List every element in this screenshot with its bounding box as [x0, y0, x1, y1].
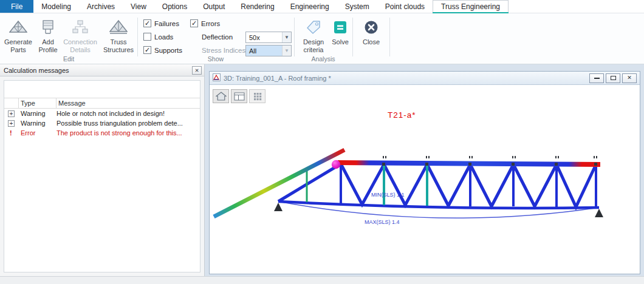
- tab-point-clouds[interactable]: Point clouds: [377, 0, 433, 13]
- checkbox-label: Loads: [154, 33, 173, 41]
- errors-checkbox[interactable]: ✓ Errors: [190, 19, 220, 28]
- table-header: Type Message: [4, 98, 200, 109]
- panel-title: Calculation messages: [4, 67, 69, 74]
- button-label: criteria: [303, 46, 323, 54]
- tab-output[interactable]: Output: [195, 0, 233, 13]
- tab-view[interactable]: View: [123, 0, 154, 13]
- design-criteria-button[interactable]: Design criteria: [298, 17, 329, 53]
- ribbon-separator: [352, 18, 353, 56]
- failures-checkbox[interactable]: ✓ Failures: [143, 19, 179, 28]
- home-view-button[interactable]: [213, 89, 229, 103]
- home-view-icon: [216, 92, 227, 101]
- tab-truss-engineering[interactable]: Truss Engineering: [433, 0, 509, 13]
- grid-view-button[interactable]: [249, 89, 265, 103]
- tab-engineering[interactable]: Engineering: [283, 0, 337, 13]
- tab-file[interactable]: File: [0, 0, 33, 13]
- checkbox-box: ✓: [190, 19, 198, 27]
- button-label: Design: [303, 38, 324, 46]
- viewport-area: 3D: Training_001_A - Roof framing * ✕: [205, 64, 644, 276]
- node-handle[interactable]: [332, 160, 340, 169]
- button-label: Solve: [332, 38, 349, 46]
- chevron-down-icon: ▼: [282, 46, 291, 56]
- close-circle-icon: [364, 18, 379, 36]
- table-row[interactable]: ! Error The product is not strong enough…: [4, 128, 200, 138]
- solve-icon: [334, 18, 347, 36]
- button-label: Profile: [38, 46, 57, 54]
- generate-parts-button[interactable]: Generate Parts: [2, 17, 34, 53]
- checkbox-label: Failures: [154, 20, 179, 27]
- message-text: Possible truss triangulation problem det…: [57, 120, 200, 127]
- button-label: Truss: [110, 38, 126, 46]
- message-text: Hole or notch not included in design!: [57, 110, 200, 117]
- calculation-messages-panel: Calculation messages ✕ Type Message + Wa…: [0, 64, 205, 276]
- tab-archives[interactable]: Archives: [79, 0, 123, 13]
- connection-details-button: Connection Details: [61, 17, 100, 53]
- button-label: Close: [363, 38, 380, 46]
- window-close-button[interactable]: ✕: [622, 73, 637, 83]
- connection-details-icon: [72, 18, 89, 36]
- profile-icon: [40, 18, 56, 36]
- truss-structures-icon: [109, 18, 128, 36]
- ribbon-separator: [389, 18, 390, 56]
- message-column-header[interactable]: Message: [57, 98, 200, 108]
- support-right-icon: [595, 209, 603, 217]
- expand-icon[interactable]: +: [8, 120, 15, 127]
- deflection-select[interactable]: 50x ▼: [245, 32, 292, 43]
- loads-checkbox[interactable]: Loads: [143, 32, 173, 41]
- bottom-chord: [278, 201, 599, 208]
- min-sls-annotation: MIN(SLS) 1.1: [371, 192, 405, 198]
- close-button[interactable]: Close: [357, 17, 385, 46]
- view-layout-button[interactable]: [231, 89, 247, 103]
- support-left-icon: [274, 203, 283, 211]
- panel-header: Calculation messages ✕: [0, 64, 204, 76]
- supports-checkbox[interactable]: ✓ Supports: [143, 46, 182, 55]
- view-3d-icon: [213, 73, 221, 83]
- view-canvas[interactable]: MIN(SLS) 1.1 MAX(SLS) 1.4 T21-a*: [210, 85, 640, 274]
- messages-table: Type Message + Warning Hole or notch not…: [4, 98, 200, 138]
- tab-system[interactable]: System: [337, 0, 377, 13]
- workspace: Calculation messages ✕ Type Message + Wa…: [0, 64, 644, 276]
- minimize-icon: [594, 78, 600, 79]
- expand-column-header[interactable]: [4, 98, 19, 108]
- status-bar: [0, 276, 644, 284]
- tab-modeling[interactable]: Modeling: [33, 0, 79, 13]
- dropdown-value: 50x: [246, 32, 282, 42]
- expand-icon[interactable]: +: [8, 110, 15, 117]
- truss-label: T21-a*: [388, 110, 416, 120]
- chevron-down-icon: ▼: [282, 32, 291, 42]
- grid-view-icon: [253, 92, 262, 101]
- panel-close-button[interactable]: ✕: [192, 66, 202, 75]
- message-type: Error: [19, 129, 57, 137]
- checkbox-box: [143, 33, 151, 41]
- tab-rendering[interactable]: Rendering: [233, 0, 282, 13]
- table-row[interactable]: + Warning Possible truss triangulation p…: [4, 118, 200, 128]
- group-label-analysis: Analysis: [294, 55, 352, 63]
- dropdown-value: All: [246, 46, 282, 56]
- minimize-button[interactable]: [589, 73, 604, 83]
- stress-indices-label: Stress Indices: [202, 47, 245, 54]
- solve-button[interactable]: Solve: [329, 17, 352, 46]
- truss-structures-button[interactable]: Truss Structures: [101, 17, 136, 53]
- view-title: 3D: Training_001_A - Roof framing *: [224, 75, 331, 82]
- tag-icon: [306, 18, 321, 36]
- error-icon: !: [10, 130, 12, 137]
- group-label-show: Show: [170, 55, 261, 63]
- type-column-header[interactable]: Type: [19, 98, 57, 108]
- panel-body: Type Message + Warning Hole or notch not…: [4, 80, 200, 272]
- view-layout-icon: [234, 92, 245, 101]
- close-icon: ✕: [194, 67, 199, 73]
- menu-bar: File Modeling Archives View Options Outp…: [0, 0, 644, 13]
- add-profile-button[interactable]: Add Profile: [35, 17, 61, 53]
- message-type: Warning: [19, 110, 57, 117]
- check-icon: ✓: [145, 20, 150, 27]
- tab-options[interactable]: Options: [154, 0, 195, 13]
- view-window: 3D: Training_001_A - Roof framing * ✕: [209, 71, 640, 274]
- button-label: Details: [70, 46, 91, 54]
- checkbox-box: ✓: [143, 19, 151, 27]
- view-titlebar[interactable]: 3D: Training_001_A - Roof framing * ✕: [210, 72, 640, 85]
- button-label: Parts: [10, 46, 26, 54]
- maximize-button[interactable]: [606, 73, 620, 83]
- table-row[interactable]: + Warning Hole or notch not included in …: [4, 109, 200, 118]
- truss-drawing: MIN(SLS) 1.1 MAX(SLS) 1.4: [210, 85, 640, 274]
- checkbox-box: ✓: [143, 46, 151, 54]
